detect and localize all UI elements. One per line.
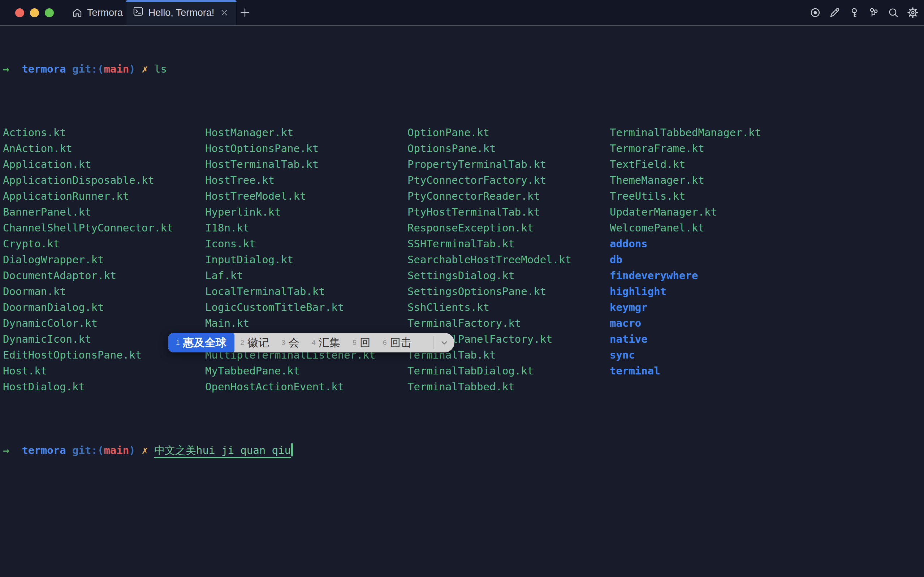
ls-column: OptionPane.ktOptionsPane.ktPropertyTermi… — [408, 124, 610, 395]
plus-icon — [239, 6, 251, 19]
prompt-segment: git:( — [66, 63, 104, 75]
candidate-text: 汇集 — [319, 335, 340, 350]
file-entry: LogicCustomTitleBar.kt — [205, 299, 408, 315]
file-entry: OptionsPane.kt — [408, 140, 610, 156]
file-entry: HostDialog.kt — [3, 379, 205, 395]
edit-icon — [829, 7, 840, 18]
termora-window: Termora Hello, Termora! — [0, 0, 924, 577]
file-entry: sync — [610, 347, 761, 363]
file-entry: highlight — [610, 284, 761, 299]
file-entry: native — [610, 331, 761, 347]
file-entry: SSHTerminalTab.kt — [408, 236, 610, 251]
file-entry: DoormanDialog.kt — [3, 299, 205, 315]
ime-candidate[interactable]: 6 回击 — [377, 333, 418, 352]
search-button[interactable] — [887, 6, 900, 19]
prompt-segment: main — [104, 63, 129, 75]
file-entry: db — [610, 251, 761, 268]
terminal-cursor — [291, 443, 293, 456]
home-icon — [72, 7, 83, 18]
file-entry: PtyHostTerminalTab.kt — [408, 204, 610, 220]
file-entry: Doorman.kt — [3, 284, 205, 299]
file-entry: ChannelShellPtyConnector.kt — [3, 220, 205, 236]
terminal-screen[interactable]: → termora git:(main) ✗ ls Actions.ktAnAc… — [0, 26, 924, 577]
key-button[interactable] — [848, 6, 860, 19]
prompt-segment: ) — [129, 63, 135, 75]
candidate-text: 惠及全球 — [183, 335, 226, 350]
ls-output: Actions.ktAnAction.ktApplication.ktAppli… — [3, 124, 924, 395]
prompt-segment: termora — [9, 63, 66, 75]
file-entry: SshClients.kt — [408, 299, 610, 315]
prompt-segment: ) — [129, 444, 135, 456]
ls-column: Actions.ktAnAction.ktApplication.ktAppli… — [3, 124, 205, 395]
keychain-icon — [868, 7, 880, 18]
file-entry: Icons.kt — [205, 236, 408, 251]
file-entry: TerminalFactory.kt — [408, 315, 610, 331]
file-entry: SettingsDialog.kt — [408, 268, 610, 284]
ime-candidate-window: 1 惠及全球 2 徽记 3 会 4 汇集 5 回 6 回击 — [168, 333, 455, 352]
file-entry: Actions.kt — [3, 124, 205, 140]
file-entry: Main.kt — [205, 315, 408, 331]
terminal-icon — [132, 6, 144, 19]
candidate-text: 回 — [360, 335, 371, 350]
titlebar-actions — [809, 0, 919, 25]
close-window-button[interactable] — [15, 8, 24, 17]
ime-expand-button[interactable] — [434, 333, 455, 352]
file-entry: OptionPane.kt — [408, 124, 610, 140]
file-entry: HostOptionsPane.kt — [205, 140, 408, 156]
file-entry: PropertyTerminalTab.kt — [408, 156, 610, 172]
settings-icon — [907, 7, 919, 18]
zoom-window-button[interactable] — [45, 8, 54, 17]
record-icon — [810, 7, 821, 18]
tab-close-button[interactable] — [219, 7, 230, 18]
ime-right-section — [434, 333, 455, 352]
ls-column: HostManager.ktHostOptionsPane.ktHostTerm… — [205, 124, 408, 395]
file-entry: PtyConnectorFactory.kt — [408, 172, 610, 188]
settings-button[interactable] — [907, 6, 919, 19]
file-entry: addons — [610, 236, 761, 251]
file-entry: InputDialog.kt — [205, 251, 408, 268]
file-entry: HostTerminalTab.kt — [205, 156, 408, 172]
file-entry: terminal — [610, 363, 761, 379]
file-entry: TermoraFrame.kt — [610, 140, 761, 156]
edit-button[interactable] — [829, 6, 841, 19]
tab-hello-termora[interactable]: Hello, Termora! — [126, 0, 237, 25]
candidate-index: 6 — [383, 339, 387, 347]
prompt-segment: ✗ — [135, 63, 148, 75]
tab-title: Hello, Termora! — [148, 7, 214, 18]
file-entry: Laf.kt — [205, 268, 408, 284]
ime-candidate[interactable]: 3 会 — [275, 333, 306, 352]
file-entry: DynamicColor.kt — [3, 315, 205, 331]
candidate-text: 回击 — [390, 335, 411, 350]
key-icon — [848, 7, 860, 18]
prompt-segment: main — [104, 444, 129, 456]
candidate-index: 1 — [176, 339, 180, 347]
record-button[interactable] — [809, 6, 821, 19]
new-tab-button[interactable] — [239, 6, 252, 19]
file-entry: findeverywhere — [610, 268, 761, 284]
keychain-button[interactable] — [868, 6, 880, 19]
ime-candidate[interactable]: 5 回 — [347, 333, 377, 352]
file-entry: keymgr — [610, 299, 761, 315]
search-icon — [887, 7, 899, 18]
file-entry: BannerPanel.kt — [3, 204, 205, 220]
file-entry: TerminalTabbedManager.kt — [610, 124, 761, 140]
ime-candidate[interactable]: 1 惠及全球 — [168, 333, 234, 352]
home-tab-label: Termora — [87, 7, 123, 18]
file-entry: DocumentAdaptor.kt — [3, 268, 205, 284]
prompt-segment: 中文之美hui ji quan qiu — [154, 444, 291, 458]
file-entry: MyTabbedPane.kt — [205, 363, 408, 379]
prompt-segment: → — [3, 444, 9, 456]
candidate-index: 4 — [312, 339, 316, 347]
ls-column: TerminalTabbedManager.ktTermoraFrame.ktT… — [610, 124, 761, 395]
titlebar: Termora Hello, Termora! — [0, 0, 924, 26]
ime-candidate[interactable]: 4 汇集 — [306, 333, 347, 352]
file-entry: ThemeManager.kt — [610, 172, 761, 188]
file-entry: Host.kt — [3, 363, 205, 379]
home-tab[interactable]: Termora — [72, 7, 123, 18]
ime-candidate[interactable]: 2 徽记 — [234, 333, 276, 352]
candidate-text: 会 — [289, 335, 300, 350]
minimize-window-button[interactable] — [30, 8, 39, 17]
chevron-down-icon — [439, 337, 450, 348]
file-entry: TerminalTabDialog.kt — [408, 363, 610, 379]
prompt-segment: termora — [9, 444, 66, 456]
